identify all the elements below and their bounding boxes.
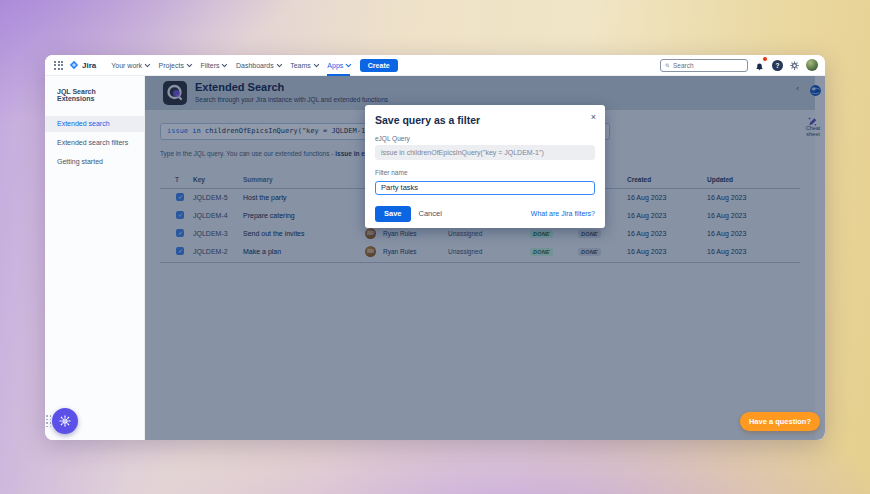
desktop-background: Jira Your work Projects Filters Dashboar…	[0, 0, 870, 494]
chevron-down-icon	[222, 62, 227, 67]
nav-item-apps[interactable]: Apps	[327, 55, 349, 76]
help-button[interactable]: ?	[772, 60, 783, 71]
nav-item-dashboards[interactable]: Dashboards	[236, 55, 280, 76]
chevron-down-icon	[145, 62, 150, 67]
chevron-down-icon	[346, 62, 351, 67]
chevron-down-icon	[314, 62, 319, 67]
user-avatar[interactable]	[806, 59, 818, 71]
jira-filters-link[interactable]: What are Jira filters?	[531, 210, 595, 217]
modal-title: Save query as a filter	[375, 114, 595, 126]
jql-readonly-field: issue in childrenOfEpicsInQuery("key = J…	[375, 145, 595, 160]
nav-item-your-work[interactable]: Your work	[111, 55, 148, 76]
close-icon[interactable]: ×	[591, 112, 596, 122]
cancel-button[interactable]: Cancel	[419, 209, 442, 218]
jira-window: Jira Your work Projects Filters Dashboar…	[45, 55, 825, 440]
save-filter-modal: Save query as a filter × eJQL Query issu…	[365, 105, 605, 228]
nav-item-teams[interactable]: Teams	[290, 55, 317, 76]
notifications-button[interactable]	[754, 59, 766, 71]
sidebar-item-getting-started[interactable]: Getting started	[45, 154, 144, 170]
search-icon	[665, 62, 670, 69]
app-body: JQL Search Extensions Extended search Ex…	[45, 76, 825, 440]
sidebar: JQL Search Extensions Extended search Ex…	[45, 76, 145, 440]
chevron-down-icon	[187, 62, 192, 67]
have-a-question-button[interactable]: Have a question?	[740, 412, 820, 431]
notification-badge	[762, 56, 768, 62]
nav-right-cluster: ?	[660, 59, 818, 72]
jira-logo[interactable]: Jira	[69, 60, 96, 70]
global-search[interactable]	[660, 59, 748, 72]
chevron-down-icon	[277, 62, 282, 67]
jql-field-label: eJQL Query	[375, 135, 595, 142]
filter-name-label: Filter name	[375, 169, 595, 176]
bell-icon	[754, 62, 765, 73]
sidebar-item-extended-search-filters[interactable]: Extended search filters	[45, 135, 144, 151]
nav-item-filters[interactable]: Filters	[200, 55, 226, 76]
jira-logo-icon	[69, 60, 79, 70]
nav-item-projects[interactable]: Projects	[159, 55, 191, 76]
settings-gear-icon[interactable]	[789, 60, 800, 71]
jira-logo-text: Jira	[82, 61, 96, 70]
app-switcher-icon[interactable]	[54, 61, 63, 70]
main-content: Extended Search Search through your Jira…	[145, 76, 825, 440]
modal-footer: Save Cancel What are Jira filters?	[375, 206, 595, 222]
search-input[interactable]	[673, 62, 743, 69]
drag-handle-icon[interactable]	[46, 415, 51, 427]
gear-burst-icon	[58, 414, 72, 428]
top-nav: Jira Your work Projects Filters Dashboar…	[45, 55, 825, 76]
save-button[interactable]: Save	[375, 206, 411, 222]
filter-name-input[interactable]	[375, 181, 595, 195]
sidebar-title: JQL Search Extensions	[57, 88, 132, 102]
create-button[interactable]: Create	[360, 59, 398, 72]
sidebar-item-extended-search[interactable]: Extended search	[45, 116, 144, 132]
widget-fab-button[interactable]	[52, 408, 78, 434]
